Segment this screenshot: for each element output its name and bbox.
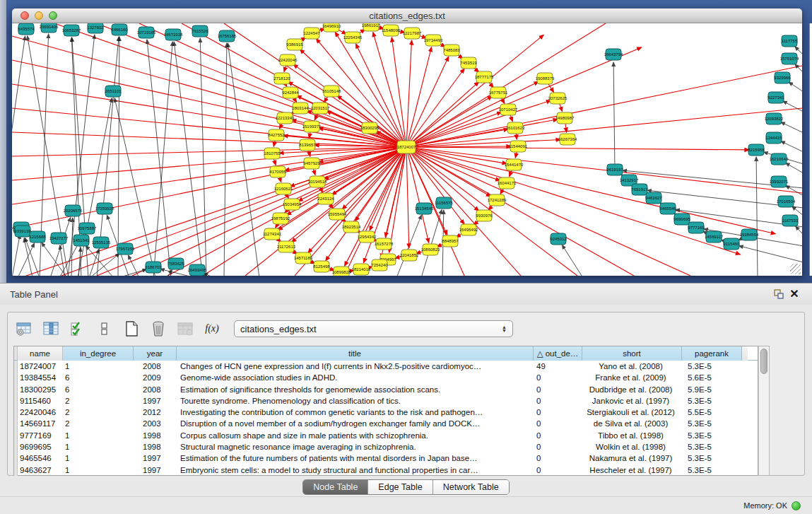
float-window-icon[interactable]	[771, 286, 787, 302]
cell-in_degree[interactable]: 1	[63, 452, 134, 464]
cell-name[interactable]: 9115460	[18, 395, 63, 407]
column-header-pagerank[interactable]: pagerank	[682, 346, 742, 361]
cell-out_degree[interactable]: 0	[534, 395, 582, 407]
cell-short[interactable]: Dudbridge et al. (2008)	[582, 384, 682, 395]
cell-out_degree[interactable]: 49	[534, 361, 582, 372]
window-resize-grip[interactable]	[790, 264, 801, 274]
cell-out_degree[interactable]: 0	[534, 430, 582, 441]
cell-year[interactable]: 1997	[134, 395, 177, 407]
function-builder-icon[interactable]: f(x)	[203, 320, 221, 338]
column-header-title[interactable]: title	[177, 346, 534, 361]
cell-short[interactable]: Franke et al. (2009)	[582, 372, 682, 383]
cell-name[interactable]: 9465546	[18, 452, 63, 464]
cell-in_degree[interactable]: 6	[63, 384, 134, 395]
cell-out_degree[interactable]: 0	[534, 384, 582, 395]
cell-pagerank[interactable]: 5.3E-5	[682, 441, 742, 452]
cell-short[interactable]: Hescheler et al. (1997)	[582, 465, 682, 476]
cell-pagerank[interactable]: 5.6E-5	[682, 372, 742, 383]
cell-name[interactable]: 19384554	[18, 372, 63, 383]
cell-title[interactable]: Estimation of significance thresholds fo…	[177, 384, 534, 395]
tab-edge-table[interactable]: Edge Table	[368, 480, 433, 494]
table-row[interactable]: 1830029562008Estimation of significance …	[14, 384, 758, 395]
cell-short[interactable]: Wolkin et al. (1998)	[582, 441, 682, 452]
cell-title[interactable]: Changes of HCN gene expression and I(f) …	[177, 361, 534, 372]
cell-year[interactable]: 2009	[134, 372, 177, 383]
column-header-short[interactable]: short	[582, 346, 682, 361]
cell-in_degree[interactable]: 1	[63, 441, 134, 452]
citation-network-graph[interactable]: 6435574206914061065328713276026466160107…	[12, 23, 802, 276]
memory-ok-icon[interactable]	[792, 501, 801, 510]
cell-out_degree[interactable]: 0	[534, 465, 582, 476]
cell-name[interactable]: 18300295	[18, 384, 63, 395]
cell-short[interactable]: de Silva et al. (2003)	[582, 418, 682, 429]
table-row[interactable]: 1872400712008Changes of HCN gene express…	[14, 361, 758, 372]
cell-title[interactable]: Structural magnetic resonance image aver…	[177, 441, 534, 452]
cell-title[interactable]: Corpus callosum shape and size in male p…	[177, 430, 534, 441]
cell-name[interactable]: 14569117	[18, 418, 63, 429]
delete-table-icon[interactable]	[176, 320, 194, 338]
cell-name[interactable]: 22420046	[18, 407, 63, 418]
column-header-name[interactable]: name	[18, 346, 63, 361]
cell-pagerank[interactable]: 5.3E-5	[682, 452, 742, 464]
cell-title[interactable]: Embryonic stem cells: a model to study s…	[177, 465, 534, 476]
cell-title[interactable]: Investigating the contribution of common…	[177, 407, 534, 418]
network-canvas[interactable]: 6435574206914061065328713276026466160107…	[12, 23, 802, 276]
cell-pagerank[interactable]: 5.3E-5	[682, 395, 742, 407]
cell-name[interactable]: 9699695	[18, 441, 63, 452]
cell-short[interactable]: Yano et al. (2008)	[582, 361, 682, 372]
table-row[interactable]: 946554611997Estimation of the future num…	[14, 452, 758, 464]
tab-network-table[interactable]: Network Table	[433, 480, 509, 494]
network-window-titlebar[interactable]: citations_edges.txt	[12, 8, 802, 23]
cell-pagerank[interactable]: 5.3E-5	[682, 430, 742, 441]
table-row[interactable]: 946362711997Embryonic stem cells: a mode…	[14, 465, 758, 476]
table-row[interactable]: 1938455462009Genome-wide association stu…	[14, 372, 758, 383]
table-selector-dropdown[interactable]: citations_edges.txt ▲▼	[234, 320, 513, 337]
cell-in_degree[interactable]: 1	[63, 361, 134, 372]
cell-pagerank[interactable]: 5.9E-5	[682, 384, 742, 395]
cell-title[interactable]: Genome-wide association studies in ADHD.	[177, 372, 534, 383]
table-mode-icon[interactable]	[15, 320, 33, 338]
cell-out_degree[interactable]: 0	[534, 407, 582, 418]
unselect-all-columns-icon[interactable]	[95, 320, 114, 338]
column-header-in_degree[interactable]: in_degree	[63, 346, 134, 361]
table-row[interactable]: 1456911722003Disruption of a novel membe…	[14, 418, 758, 429]
cell-title[interactable]: Disruption of a novel member of a sodium…	[177, 418, 534, 429]
cell-short[interactable]: Stergiakouli et al. (2012)	[582, 407, 682, 418]
table-row[interactable]: 977716911998Corpus callosum shape and si…	[14, 430, 758, 441]
cell-in_degree[interactable]: 1	[63, 465, 134, 476]
table-scrollbar-thumb[interactable]	[760, 349, 767, 374]
cell-pagerank[interactable]: 5.3E-5	[682, 465, 742, 476]
cell-year[interactable]: 1998	[134, 441, 177, 452]
cell-in_degree[interactable]: 2	[63, 395, 134, 407]
node-table[interactable]: namein_degreeyeartitle△ out_de…shortpage…	[13, 346, 758, 476]
cell-pagerank[interactable]: 5.3E-5	[682, 418, 742, 429]
cell-year[interactable]: 1998	[134, 430, 177, 441]
cell-year[interactable]: 2008	[134, 361, 177, 372]
create-column-icon[interactable]	[122, 320, 141, 338]
cell-short[interactable]: Jankovic et al. (1997)	[582, 395, 682, 407]
cell-name[interactable]: 18724007	[18, 361, 63, 372]
cell-year[interactable]: 1997	[134, 465, 177, 476]
cell-out_degree[interactable]: 0	[534, 418, 582, 429]
table-row[interactable]: 969969511998Structural magnetic resonanc…	[14, 441, 758, 452]
cell-in_degree[interactable]: 2	[63, 418, 134, 429]
cell-out_degree[interactable]: 0	[534, 372, 582, 383]
table-row[interactable]: 911546021997Tourette syndrome. Phenomeno…	[14, 395, 758, 407]
cell-year[interactable]: 2012	[134, 407, 177, 418]
cell-title[interactable]: Estimation of the future numbers of pati…	[177, 452, 534, 464]
cell-title[interactable]: Tourette syndrome. Phenomenology and cla…	[177, 395, 534, 407]
cell-out_degree[interactable]: 0	[534, 441, 582, 452]
cell-name[interactable]: 9777169	[18, 430, 63, 441]
close-panel-icon[interactable]: ✕	[787, 286, 802, 302]
tab-node-table[interactable]: Node Table	[303, 480, 368, 494]
cell-pagerank[interactable]: 5.3E-5	[682, 361, 742, 372]
cell-year[interactable]: 2008	[134, 384, 177, 395]
delete-column-icon[interactable]	[149, 320, 167, 338]
table-scrollbar[interactable]	[758, 346, 770, 476]
table-row[interactable]: 2242004622012Investigating the contribut…	[14, 407, 758, 418]
cell-pagerank[interactable]: 5.5E-5	[682, 407, 742, 418]
column-header-year[interactable]: year	[134, 346, 177, 361]
column-header-out_degree[interactable]: △ out_de…	[534, 346, 582, 361]
cell-in_degree[interactable]: 6	[63, 372, 134, 383]
cell-out_degree[interactable]: 0	[534, 452, 582, 464]
